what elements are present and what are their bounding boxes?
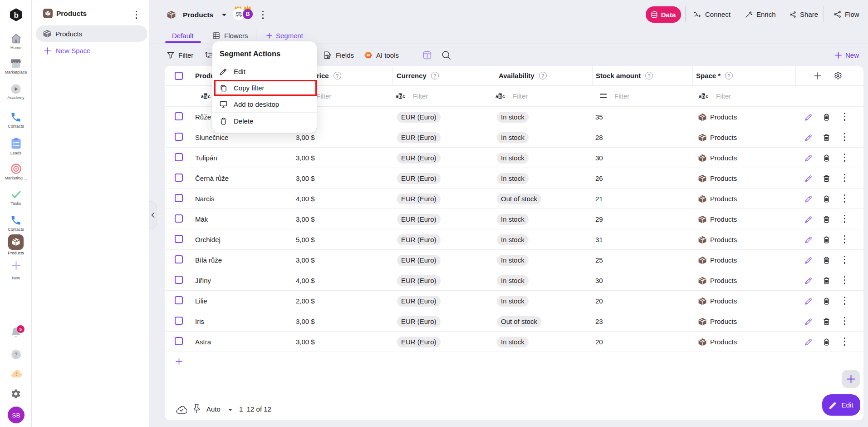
svg-text:c: c [706,93,708,99]
svg-text:a: a [699,93,701,99]
svg-text:b: b [702,93,705,99]
svg-text:SB: SB [12,412,20,419]
svg-text:a: a [201,93,204,99]
svg-text:a: a [495,93,498,99]
svg-text:?: ? [14,352,17,358]
svg-text:b: b [399,93,402,99]
svg-text:b: b [499,93,501,99]
svg-text:a: a [396,93,398,99]
svg-text:c: c [402,93,405,99]
svg-text:AI: AI [366,53,370,57]
svg-text:b: b [204,93,207,99]
svg-text:b: b [14,11,18,20]
svg-text:c: c [208,93,211,99]
svg-text:c: c [502,93,505,99]
